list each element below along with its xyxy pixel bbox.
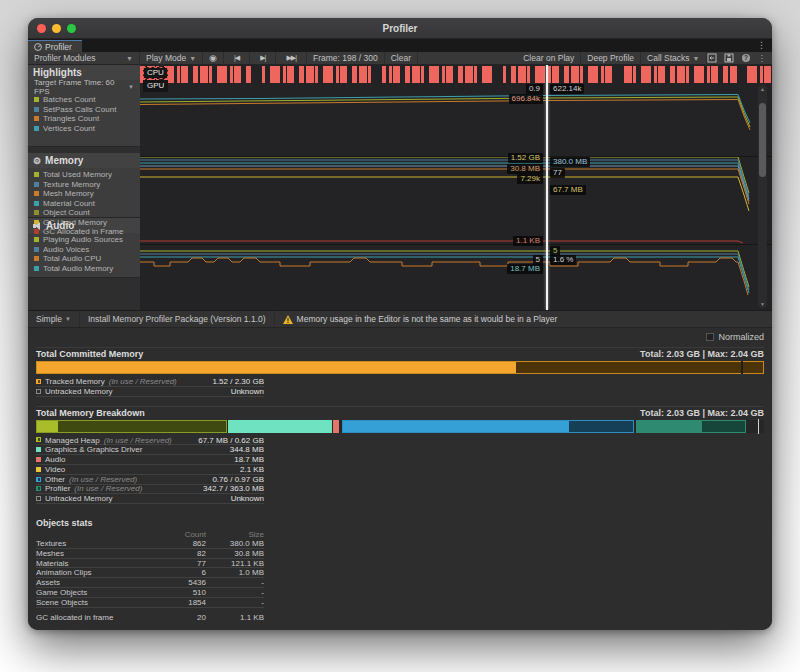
toolbar-menu-icon[interactable]: ⋮ (758, 53, 767, 63)
chart-value-label: 67.7 MB (550, 185, 586, 195)
legend-swatch (34, 182, 39, 187)
profiler-tab-icon (34, 43, 42, 51)
breakdown-segment[interactable] (36, 420, 227, 433)
legend-row[interactable]: Untracked Memory Unknown (36, 494, 264, 504)
row-count: 862 (158, 539, 206, 548)
view-mode-dropdown[interactable]: Simple▼ (28, 311, 80, 327)
chevron-down-icon: ▼ (693, 55, 700, 62)
save-profile-icon[interactable] (724, 53, 734, 63)
legend-item[interactable]: Total Audio Memory (28, 264, 140, 274)
previous-frame-button[interactable]: |◀ (224, 52, 250, 65)
objects-stats-columns: Count Size (36, 529, 264, 539)
gpu-track-label[interactable]: GPU (143, 80, 168, 92)
legend-row[interactable]: Managed Heap (In use / Reserved) 67.7 MB… (36, 436, 264, 446)
chevron-down-icon: ▼ (128, 84, 134, 90)
legend-item[interactable]: Mesh Memory (28, 189, 140, 199)
chart-scrollbar[interactable]: ▲ ▼ (758, 85, 767, 308)
clear-on-play-toggle[interactable]: Clear on Play (517, 52, 581, 65)
profiler-modules-dropdown[interactable]: Profiler Modules▼ (28, 52, 140, 65)
install-memory-profiler-button[interactable]: Install Memory Profiler Package (Version… (80, 311, 275, 327)
window-title: Profiler (28, 23, 772, 34)
load-profile-icon[interactable] (707, 53, 717, 63)
section-total: Total: 2.03 GB | Max: 2.04 GB (640, 408, 764, 418)
legend-item[interactable]: Total Used Memory (28, 170, 140, 180)
titlebar[interactable]: Profiler (28, 18, 772, 39)
table-row[interactable]: Textures 862 380.0 MB (36, 539, 264, 549)
table-row[interactable]: Game Objects 510 - (36, 588, 264, 598)
table-row[interactable]: Meshes 82 30.8 MB (36, 549, 264, 559)
tab-profiler[interactable]: Profiler (28, 40, 82, 52)
legend-row[interactable]: Other (In use / Reserved) 0.76 / 0.97 GB (36, 475, 264, 485)
call-stacks-dropdown[interactable]: Call Stacks▼ (641, 52, 706, 65)
legend-item[interactable]: Triangles Count (28, 114, 140, 124)
legend-row[interactable]: Tracked Memory (In use / Reserved) 1.52 … (36, 377, 264, 387)
breakdown-segment[interactable] (228, 420, 331, 433)
zoom-window-button[interactable] (67, 24, 76, 33)
chart-value-label: 1.6 % (550, 255, 576, 265)
legend-swatch (34, 107, 39, 112)
committed-legend: Tracked Memory (In use / Reserved) 1.52 … (36, 377, 764, 397)
gc-allocated-row[interactable]: GC allocated in frame 20 1.1 KB (36, 613, 264, 623)
legend-row[interactable]: Audio 18.7 MB (36, 455, 264, 465)
module-title: Memory (45, 155, 83, 166)
committed-memory-bar[interactable] (36, 361, 764, 374)
normalized-checkbox[interactable] (706, 333, 714, 341)
legend-label: Triangles Count (43, 114, 99, 123)
normalized-toggle[interactable]: Normalized (36, 330, 764, 343)
step-forward-icon: ▶| (256, 54, 269, 62)
current-frame-button[interactable]: ▶▶| (276, 52, 307, 65)
target-frame-time-dropdown[interactable]: Target Frame Time: 60 FPS ▼ (28, 80, 140, 93)
size-column-header[interactable]: Size (206, 530, 264, 539)
legend-item[interactable]: Audio Voices (28, 245, 140, 255)
legend-item[interactable]: Texture Memory (28, 180, 140, 190)
scrollbar-thumb[interactable] (759, 103, 766, 177)
legend-item[interactable]: Material Count (28, 199, 140, 209)
objects-stats-title: Objects stats (36, 518, 764, 529)
module-block[interactable]: Highlights Target Frame Time: 60 FPS ▼ B… (28, 65, 140, 147)
play-mode-dropdown[interactable]: Play Mode▼ (140, 52, 203, 65)
toolbar-right-icons: ? ⋮ (707, 53, 773, 63)
legend-item[interactable]: SetPass Calls Count (28, 105, 140, 115)
module-icon (33, 155, 41, 166)
deep-profile-toggle[interactable]: Deep Profile (581, 52, 641, 65)
scroll-up-icon[interactable]: ▲ (758, 86, 767, 92)
memory-breakdown-bar[interactable] (36, 420, 764, 433)
legend-item[interactable]: Playing Audio Sources (28, 235, 140, 245)
table-row[interactable]: Animation Clips 6 1.0 MB (36, 568, 264, 578)
table-row[interactable]: Materials 77 121.1 KB (36, 559, 264, 569)
clear-button[interactable]: Clear (385, 52, 418, 65)
row-size: - (206, 578, 264, 587)
legend-row[interactable]: Graphics & Graphics Driver 344.8 MB (36, 445, 264, 455)
help-icon[interactable]: ? (741, 53, 751, 63)
profiler-chart[interactable]: CPU GPU 0.9622.14k696.84k1.52 GB380.0 MB… (140, 65, 772, 310)
breakdown-segment[interactable] (333, 420, 340, 433)
count-column-header[interactable]: Count (158, 530, 206, 539)
breakdown-segment[interactable] (342, 420, 633, 433)
breakdown-segment[interactable] (636, 420, 747, 433)
close-window-button[interactable] (37, 24, 46, 33)
cpu-track-label[interactable]: CPU (143, 67, 168, 79)
legend-row[interactable]: Profiler (In use / Reserved) 342.7 / 363… (36, 485, 264, 495)
legend-row[interactable]: Video 2.1 KB (36, 465, 264, 475)
chart-value-label: 0.9 (526, 84, 543, 94)
legend-item[interactable]: Vertices Count (28, 124, 140, 134)
table-row[interactable]: Scene Objects 1854 - (36, 598, 264, 608)
scroll-down-icon[interactable]: ▼ (758, 301, 767, 307)
module-block[interactable]: Memory Total Used Memory (28, 153, 140, 218)
legend-item[interactable]: Total Audio CPU (28, 254, 140, 264)
legend-item[interactable]: Batches Count (28, 95, 140, 105)
tab-menu-icon[interactable]: ⋮ (757, 40, 766, 50)
legend-row[interactable]: Untracked Memory Unknown (36, 387, 264, 397)
current-frame-marker[interactable] (546, 65, 548, 310)
row-size: 380.0 MB (206, 539, 264, 548)
minimize-window-button[interactable] (52, 24, 61, 33)
module-header[interactable]: Memory (28, 153, 140, 168)
breakdown-legend: Managed Heap (In use / Reserved) 67.7 MB… (36, 436, 764, 505)
next-frame-button[interactable]: ▶| (250, 52, 276, 65)
row-count: 5436 (158, 578, 206, 587)
table-row[interactable]: Assets 5436 - (36, 578, 264, 588)
legend-value: 342.7 / 363.0 MB (203, 484, 264, 493)
legend-item[interactable]: Object Count (28, 208, 140, 218)
record-button[interactable]: ◉ (203, 52, 224, 65)
legend-swatch (34, 229, 39, 234)
